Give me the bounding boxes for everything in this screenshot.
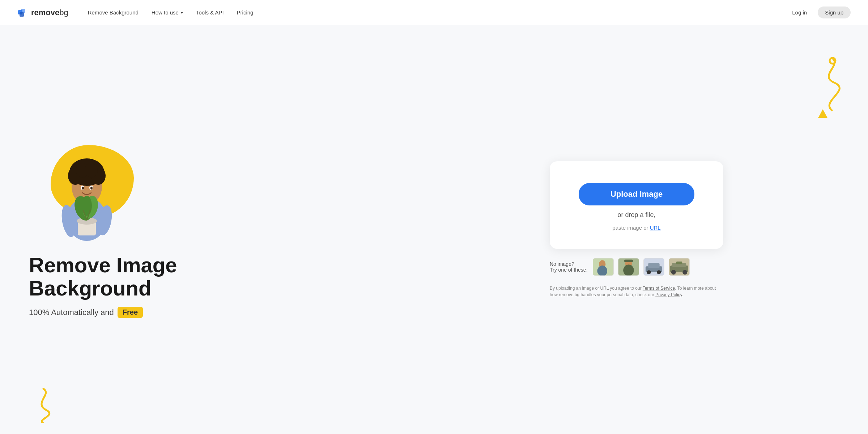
paste-text: paste image or URL (612, 225, 660, 231)
terms-text: By uploading an image or URL you agree t… (550, 285, 723, 298)
chevron-down-icon: ▾ (181, 10, 183, 15)
svg-point-46 (682, 270, 687, 275)
free-badge: Free (118, 307, 143, 318)
deco-squiggle-top-icon (810, 54, 846, 112)
svg-point-17 (82, 187, 84, 190)
sample-thumb-vehicle[interactable] (668, 258, 690, 276)
svg-rect-44 (676, 261, 682, 264)
login-button[interactable]: Log in (786, 7, 813, 18)
svg-point-3 (830, 58, 835, 64)
svg-point-45 (671, 270, 676, 275)
drop-text: or drop a file, (617, 211, 655, 219)
hero-image-container (29, 141, 152, 243)
navbar: removebg Remove Background How to use ▾ … (0, 0, 868, 25)
hero-title: Remove Image Background (29, 254, 203, 300)
nav-links: Remove Background How to use ▾ Tools & A… (83, 7, 786, 18)
url-link[interactable]: URL (650, 225, 661, 231)
sample-row: No image? Try one of these: (550, 258, 723, 276)
sample-images (592, 258, 690, 276)
svg-rect-37 (648, 263, 659, 268)
nav-link-tools-api[interactable]: Tools & API (191, 7, 229, 18)
svg-point-18 (90, 187, 93, 190)
svg-point-38 (647, 270, 651, 274)
upload-card: Upload Image or drop a file, paste image… (550, 161, 723, 249)
svg-marker-4 (818, 109, 827, 118)
person-illustration (51, 152, 123, 243)
right-section: Upload Image or drop a file, paste image… (434, 161, 839, 298)
left-section: Remove Image Background 100% Automatical… (29, 141, 434, 318)
nav-link-pricing[interactable]: Pricing (232, 7, 259, 18)
svg-rect-32 (624, 260, 633, 262)
nav-link-remove-background[interactable]: Remove Background (83, 7, 144, 18)
logo-icon (17, 7, 28, 18)
svg-rect-2 (20, 12, 24, 17)
sample-thumb-soldier[interactable] (617, 258, 640, 276)
sample-label: No image? Try one of these: (550, 261, 588, 273)
svg-point-39 (657, 270, 661, 274)
sample-thumb-person[interactable] (592, 258, 614, 276)
signup-button[interactable]: Sign up (818, 7, 851, 18)
deco-squiggle-bottom-icon (29, 387, 58, 423)
logo-text-bg: bg (59, 8, 68, 17)
svg-point-33 (623, 265, 634, 276)
main-content: Remove Image Background 100% Automatical… (0, 25, 868, 434)
sample-thumb-car[interactable] (643, 258, 665, 276)
nav-link-how-to-use[interactable]: How to use ▾ (146, 7, 188, 18)
privacy-link[interactable]: Privacy Policy (655, 292, 682, 297)
svg-point-14 (85, 163, 98, 178)
deco-triangle-icon (817, 109, 828, 119)
hero-person-image (47, 149, 127, 243)
nav-actions: Log in Sign up (786, 7, 851, 18)
hero-subtitle: 100% Automatically and Free (29, 307, 434, 318)
logo[interactable]: removebg (17, 7, 68, 18)
tos-link[interactable]: Terms of Service (643, 286, 675, 291)
upload-image-button[interactable]: Upload Image (579, 183, 694, 205)
logo-text-remove: remove (31, 8, 59, 17)
svg-point-23 (82, 196, 92, 216)
